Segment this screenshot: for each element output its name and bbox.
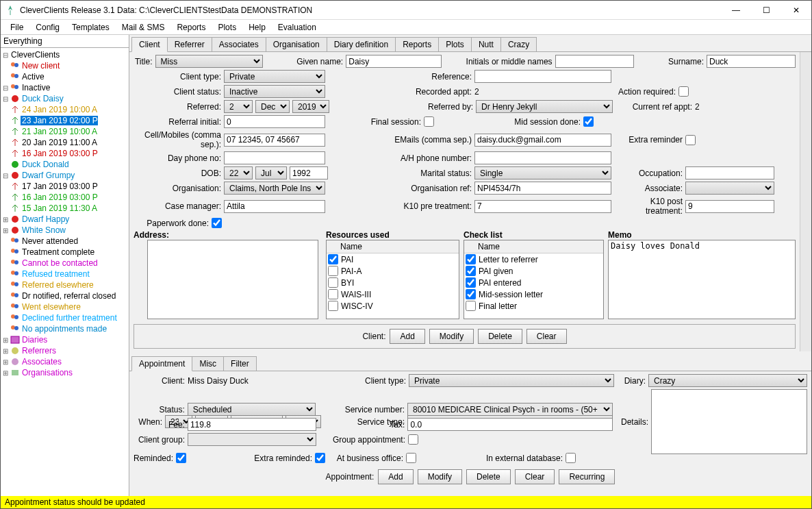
tree-appt-selected[interactable]: 23 Jan 2019 02:00 P xyxy=(21,116,98,125)
referred-day[interactable]: 2 xyxy=(224,100,253,113)
given-input[interactable] xyxy=(346,55,442,68)
close-button[interactable]: ✕ xyxy=(781,1,811,19)
details-text[interactable] xyxy=(651,389,807,454)
tab-nutt[interactable]: Nutt xyxy=(471,37,501,51)
tree-dwarf-happy[interactable]: Dwarf Happy xyxy=(21,214,69,224)
menu-templates[interactable]: Templates xyxy=(66,21,115,34)
cgroup-select[interactable] xyxy=(188,433,316,446)
res-item-check[interactable] xyxy=(328,254,338,264)
chk-item[interactable]: PAI entered xyxy=(479,278,521,288)
addr-text[interactable] xyxy=(147,240,318,319)
client-delete-button[interactable]: Delete xyxy=(478,329,522,344)
tab-organisation[interactable]: Organisation xyxy=(266,37,327,51)
inext-checkbox[interactable] xyxy=(566,453,576,463)
mid-checkbox[interactable] xyxy=(583,116,594,127)
appt-type-select[interactable]: Private xyxy=(409,374,614,387)
type-select[interactable]: Private xyxy=(224,70,325,83)
diary-select[interactable]: Crazy xyxy=(648,374,807,387)
memo-text[interactable] xyxy=(608,240,796,319)
tree-active[interactable]: Active xyxy=(21,72,45,82)
tree-appt[interactable]: 15 Jan 2019 11:30 A xyxy=(21,203,97,213)
menu-file[interactable]: File xyxy=(5,21,29,34)
tree-went[interactable]: Went elsewhere xyxy=(21,302,81,312)
tree-appt[interactable]: 21 Jan 2019 10:00 A xyxy=(21,127,97,136)
fee-input[interactable] xyxy=(188,418,316,431)
k10post-input[interactable] xyxy=(685,200,774,213)
marital-select[interactable]: Single xyxy=(474,166,611,179)
chk-item-check[interactable] xyxy=(466,266,476,276)
tree-new-client[interactable]: New client xyxy=(21,61,60,71)
res-item[interactable]: PAI-A xyxy=(341,266,361,276)
extra-checkbox[interactable] xyxy=(685,135,696,145)
checklist[interactable]: Name Letter to referrer PAI given PAI en… xyxy=(464,240,604,319)
res-item[interactable]: BYI xyxy=(341,278,354,288)
menu-reports[interactable]: Reports xyxy=(171,21,211,34)
ref-input[interactable] xyxy=(474,70,611,83)
chk-item[interactable]: Mid-session letter xyxy=(479,290,543,299)
tax-input[interactable] xyxy=(407,418,613,431)
tree-never[interactable]: Never attended xyxy=(21,236,78,246)
tab-crazy[interactable]: Crazy xyxy=(500,37,537,51)
tree-inactive[interactable]: Inactive xyxy=(21,83,50,92)
initials-input[interactable] xyxy=(555,55,634,68)
reminded-checkbox[interactable] xyxy=(176,453,186,463)
cell-input[interactable] xyxy=(224,134,325,147)
atbus-checkbox[interactable] xyxy=(406,453,416,463)
res-item[interactable]: WISC-IV xyxy=(341,301,373,311)
refinit-input[interactable] xyxy=(224,115,325,128)
tab-appointment[interactable]: Appointment xyxy=(131,356,192,371)
tree-dr-notified[interactable]: Dr notified, referral closed xyxy=(21,291,116,301)
tree-cannot[interactable]: Cannot be contacted xyxy=(21,258,98,268)
menu-plots[interactable]: Plots xyxy=(212,21,242,34)
tree-appt[interactable]: 16 Jan 2019 03:00 P xyxy=(21,193,98,202)
refby-select[interactable]: Dr Henry Jekyll xyxy=(476,100,613,113)
appt-add-button[interactable]: Add xyxy=(378,469,413,484)
tree-duck-daisy[interactable]: Duck Daisy xyxy=(21,94,64,103)
surname-input[interactable] xyxy=(707,55,796,68)
chk-item[interactable]: Letter to referrer xyxy=(479,255,538,264)
appt-status-select[interactable]: Scheduled xyxy=(188,403,316,416)
chk-item[interactable]: Final letter xyxy=(479,301,517,311)
client-add-button[interactable]: Add xyxy=(390,329,424,344)
occ-input[interactable] xyxy=(685,166,774,179)
k10pre-input[interactable] xyxy=(474,200,611,213)
chk-item-check[interactable] xyxy=(466,289,476,299)
gappt-checkbox[interactable] xyxy=(408,434,418,445)
maximize-button[interactable]: ☐ xyxy=(751,1,781,19)
action-checkbox[interactable] xyxy=(678,86,689,97)
extrarem-checkbox[interactable] xyxy=(315,453,325,463)
dob-year[interactable] xyxy=(290,166,328,179)
tab-associates[interactable]: Associates xyxy=(212,37,266,51)
res-item-check[interactable] xyxy=(328,289,338,299)
client-tree[interactable]: ⊟CleverClients New client Active ⊟Inacti… xyxy=(1,48,129,496)
tree-referrers[interactable]: Referrers xyxy=(21,346,56,356)
tree-treat-complete[interactable]: Treatment complete xyxy=(21,247,94,257)
tree-appt[interactable]: 20 Jan 2019 11:00 A xyxy=(21,138,97,147)
dob-month[interactable]: Jul xyxy=(255,166,287,179)
tree-orgs[interactable]: Organisations xyxy=(21,368,73,377)
ahph-input[interactable] xyxy=(474,151,611,164)
chk-item-check[interactable] xyxy=(466,277,476,288)
tab-misc[interactable]: Misc xyxy=(192,356,224,371)
referred-month[interactable]: Dec xyxy=(255,100,290,113)
tab-reports[interactable]: Reports xyxy=(395,37,439,51)
tree-appt[interactable]: 17 Jan 2019 03:00 P xyxy=(21,182,98,191)
chk-item-check[interactable] xyxy=(466,301,476,311)
tree-dwarf-grumpy[interactable]: Dwarf Grumpy xyxy=(21,171,75,180)
appt-recurring-button[interactable]: Recurring xyxy=(559,469,615,484)
assoc-select[interactable] xyxy=(685,182,774,195)
resources-list[interactable]: Name PAI PAI-A BYI WAIS-III WISC-IV xyxy=(326,240,459,319)
tree-white-snow[interactable]: White Snow xyxy=(21,225,66,235)
dayph-input[interactable] xyxy=(224,151,325,164)
tree-associates[interactable]: Associates xyxy=(21,357,62,367)
client-clear-button[interactable]: Clear xyxy=(526,329,567,344)
client-modify-button[interactable]: Modify xyxy=(429,329,474,344)
tab-referrer[interactable]: Referrer xyxy=(167,37,212,51)
referred-year[interactable]: 2019 xyxy=(292,100,329,113)
tab-client[interactable]: Client xyxy=(131,37,168,52)
res-item-check[interactable] xyxy=(328,277,338,288)
appt-delete-button[interactable]: Delete xyxy=(466,469,511,484)
tree-refused[interactable]: Refused treatment xyxy=(21,269,90,279)
menu-config[interactable]: Config xyxy=(30,21,65,34)
orgref-input[interactable] xyxy=(474,182,611,195)
